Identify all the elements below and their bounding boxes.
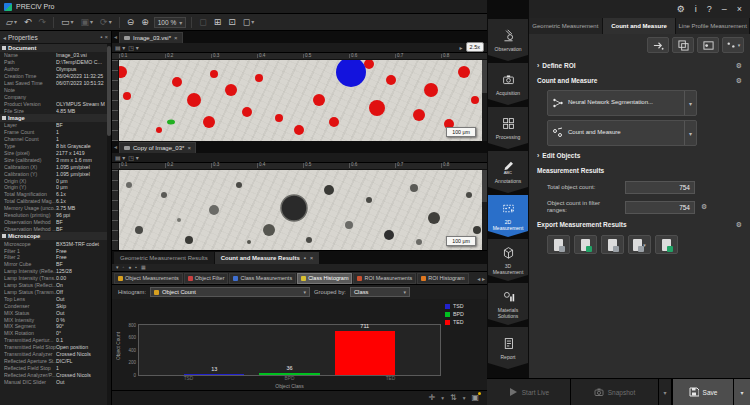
close-icon[interactable]: × [310, 255, 314, 261]
results-subtab[interactable]: ROI Histogram [417, 273, 468, 284]
tab-geometric-measurement[interactable]: Geometric Measurement [529, 18, 603, 34]
copy-tool-icon[interactable]: ▣▾ [79, 17, 96, 28]
layers-icon[interactable]: ▤ ▾ [115, 154, 125, 161]
chevron-down-icon[interactable]: ▾ [684, 91, 692, 115]
results-subtab[interactable]: ROI Measurements [353, 273, 416, 284]
tab-copy-of-image-03[interactable]: Copy of Image_03* × [119, 142, 196, 153]
copy-objects-button[interactable] [672, 37, 694, 53]
zoom-in-icon[interactable]: ⊕ [139, 17, 151, 28]
gear-icon[interactable]: ⚙ [736, 77, 742, 85]
chevron-down-icon[interactable]: ▾ [684, 121, 692, 145]
results-tool-icon[interactable]: ◦ [123, 265, 125, 270]
gear-icon[interactable]: ⚙ [736, 221, 742, 229]
save-button[interactable]: Save [673, 379, 734, 405]
undo-icon[interactable]: ↶ [22, 17, 34, 28]
neural-network-segmentation-button[interactable]: Neural Network Segmentation... ▾ [547, 90, 697, 116]
snapshot-button[interactable]: Snapshot [571, 379, 659, 405]
properties-panel: ◂ Properties ▪ × DocumentNameImage_03.vs… [0, 31, 112, 405]
play-overview-icon[interactable]: ▸ [460, 44, 463, 51]
close-icon[interactable]: × [737, 5, 742, 14]
display-mode-icon[interactable]: ◻▾ [241, 17, 257, 28]
settings-icon[interactable]: ⚙ [677, 5, 685, 14]
subtab-scroll-arrows[interactable]: ◂ ▸ [477, 275, 485, 282]
specimen-image-annotated[interactable]: 100 μm [119, 60, 482, 141]
results-subtab[interactable]: Class Histogram [297, 273, 352, 284]
tab-line-profile-measurement[interactable]: Line Profile Measurement [676, 18, 750, 34]
export-workbook-button[interactable] [655, 235, 678, 254]
snapshot-dropdown[interactable]: ▾ [659, 379, 673, 405]
zoom-out-icon[interactable]: ⊖ [125, 17, 137, 28]
property-section-header[interactable]: Document [0, 44, 107, 52]
overlay-icon[interactable]: ◳ ▾ [128, 44, 138, 51]
options-button[interactable]: ▾ [722, 37, 744, 53]
histogram-measurement-dropdown[interactable]: Object Count ▾ [150, 287, 310, 297]
app-title: PRECiV Pro [16, 3, 55, 10]
fit-window-icon[interactable]: ◻ [197, 17, 208, 28]
edit-objects-section[interactable]: › Edit Objects [537, 148, 742, 163]
gear-icon[interactable]: ⚙ [736, 62, 742, 70]
actual-size-icon[interactable]: ⊡ [226, 17, 238, 28]
tab-count-and-measure[interactable]: Count and Measure [603, 18, 677, 34]
minimize-icon[interactable]: – [722, 5, 727, 14]
start-live-button[interactable]: Start Live [487, 379, 571, 405]
stage-z-icon[interactable]: ⇅ [450, 394, 457, 402]
pin-icon[interactable]: ▪ [100, 34, 102, 40]
dock-left-icon[interactable]: ◂ [3, 34, 6, 41]
info-icon[interactable]: i [695, 5, 697, 14]
gear-icon[interactable]: ⚙ [701, 203, 707, 211]
results-tab[interactable]: Count and Measure Results▪× [215, 252, 320, 264]
nav-item-report[interactable]: Report [488, 327, 528, 369]
tab-scroll-left-icon[interactable]: ◂ [114, 33, 117, 40]
results-subtab[interactable]: Object Filter [184, 273, 229, 284]
close-properties-icon[interactable]: × [104, 34, 108, 40]
nav-item-observation[interactable]: Observation [488, 19, 528, 61]
nav-item-acquisition[interactable]: Acquisition [488, 63, 528, 105]
overlay-icon[interactable]: ◳ ▾ [128, 154, 138, 161]
rotate-tool-icon[interactable]: ⟳▾ [98, 17, 114, 28]
results-tool-icon[interactable]: ● [128, 265, 131, 270]
close-tab-icon[interactable]: × [174, 35, 178, 41]
tab-scroll-left-icon[interactable]: ◂ [114, 143, 117, 150]
results-tab[interactable]: Geometric Measurement Results [114, 252, 214, 264]
fit-width-icon[interactable]: ⊞ [212, 17, 224, 28]
results-tool-icon[interactable]: ▾ [116, 265, 119, 270]
display-notification-icon[interactable]: ▣ [471, 394, 479, 402]
nav-item-3d-measurement[interactable]: 3D Measurement [488, 239, 528, 281]
nav-item-materials-solutions[interactable]: Materials Solutions [488, 283, 528, 325]
select-tool-icon[interactable]: ▭▾ [59, 17, 76, 28]
property-section-header[interactable]: Image [0, 114, 107, 122]
property-key: Product Version [4, 101, 56, 107]
grouped-by-dropdown[interactable]: Class ▾ [350, 287, 410, 297]
nav-item-processing[interactable]: Processing [488, 107, 528, 149]
results-tool-icon[interactable]: ▦ [141, 265, 146, 270]
results-tool-icon[interactable]: ▪ [135, 265, 137, 270]
results-subtab[interactable]: Object Measurements [114, 273, 183, 284]
chevron-down-icon[interactable]: ▾ [441, 395, 444, 401]
export-text-button[interactable] [601, 235, 624, 254]
export-excel-button[interactable] [574, 235, 597, 254]
results-subtab[interactable]: Class Measurements [229, 273, 296, 284]
pin-icon[interactable]: ▪ [304, 255, 306, 261]
tab-image-03[interactable]: Image_03.vsi* × [119, 32, 183, 43]
count-and-measure-button[interactable]: Count and Measure ▾ [547, 120, 697, 146]
define-roi-section[interactable]: › Define ROI ⚙ [537, 58, 742, 73]
nav-item-2d-measurement[interactable]: 2D Measurement [488, 195, 528, 237]
specimen-image-raw[interactable]: 100 μm [119, 170, 482, 251]
property-section-header[interactable]: Microscope [0, 232, 107, 240]
export-csv-button[interactable] [547, 235, 570, 254]
save-dropdown[interactable]: ▾ [734, 379, 750, 405]
chevron-down-icon[interactable]: ▾ [463, 395, 466, 401]
properties-scrollbar[interactable] [107, 44, 111, 405]
export-image-button[interactable]: ▾ [628, 235, 651, 254]
nav-item-annotations[interactable]: ABCAnnotations [488, 151, 528, 193]
help-icon[interactable]: ? [707, 5, 712, 14]
send-results-button[interactable] [647, 37, 669, 53]
stage-xy-icon[interactable]: ✛ [429, 394, 436, 402]
nav-item-label: Acquisition [495, 91, 521, 97]
open-file-icon[interactable]: ▱▾ [4, 17, 19, 28]
burn-overlay-button[interactable] [697, 37, 719, 53]
layers-icon[interactable]: ▤ ▾ [115, 44, 125, 51]
zoom-level-dropdown[interactable]: 100 %▾ [154, 17, 186, 28]
redo-icon[interactable]: ↷ [36, 17, 48, 28]
close-tab-icon[interactable]: × [187, 145, 191, 151]
